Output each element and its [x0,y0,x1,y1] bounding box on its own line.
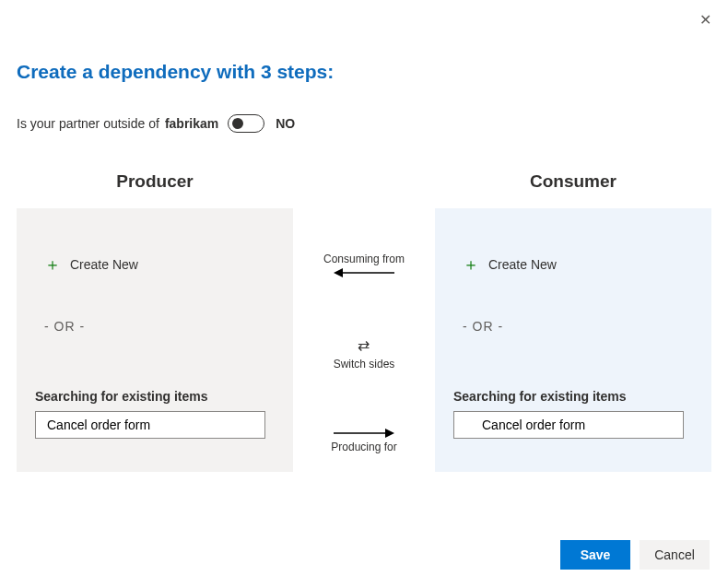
plus-icon: ＋ [44,256,61,273]
consumer-search-wrap: 🐞 [453,411,684,439]
arrow-right-icon [332,428,396,439]
consuming-from-block: Consuming from [323,253,405,278]
producer-heading: Producer [17,171,293,192]
partner-question-text: Is your partner outside of [17,116,159,131]
consumer-create-new-label: Create New [488,257,557,272]
partner-org-name: fabrikam [165,116,218,131]
svg-marker-1 [334,268,343,277]
dialog-footer: Save Cancel [560,540,710,570]
producer-or-divider: - OR - [44,319,275,334]
producing-for-label: Producing for [331,441,396,453]
toggle-knob [232,118,243,129]
partner-outside-toggle[interactable] [228,114,264,133]
plus-icon: ＋ [463,256,479,273]
producer-create-new-button[interactable]: ＋ Create New [44,256,275,273]
producing-for-block: Producing for [331,428,396,453]
columns-heading-row: Producer Consumer [17,171,711,208]
consumer-heading: Consumer [435,171,711,192]
producer-search-label: Searching for existing items [35,389,275,404]
consumer-or-divider: - OR - [463,319,693,334]
close-icon[interactable]: ✕ [699,13,711,28]
consumer-search-input[interactable] [453,411,684,439]
consuming-from-label: Consuming from [323,253,405,265]
consumer-create-new-button[interactable]: ＋ Create New [463,256,693,273]
switch-sides-button[interactable]: ⇄ Switch sides [334,336,395,370]
producer-search-wrap [35,411,265,439]
swap-icon: ⇄ [358,336,370,354]
consumer-panel: ＋ Create New - OR - Searching for existi… [435,208,711,472]
svg-marker-3 [385,429,394,438]
cancel-button[interactable]: Cancel [640,540,710,570]
toggle-value-label: NO [276,116,295,131]
switch-sides-label: Switch sides [334,358,395,370]
partner-question-row: Is your partner outside of fabrikam NO [17,114,711,133]
producer-search-input[interactable] [35,411,265,439]
page-title: Create a dependency with 3 steps: [17,61,711,83]
consumer-search-label: Searching for existing items [453,389,693,404]
producer-create-new-label: Create New [70,257,138,272]
arrow-left-icon [332,267,396,278]
middle-column: Consuming from ⇄ Switch sides Producing … [293,208,435,472]
save-button[interactable]: Save [560,540,630,570]
producer-panel: ＋ Create New - OR - Searching for existi… [17,208,293,472]
dependency-columns: ＋ Create New - OR - Searching for existi… [17,208,711,472]
